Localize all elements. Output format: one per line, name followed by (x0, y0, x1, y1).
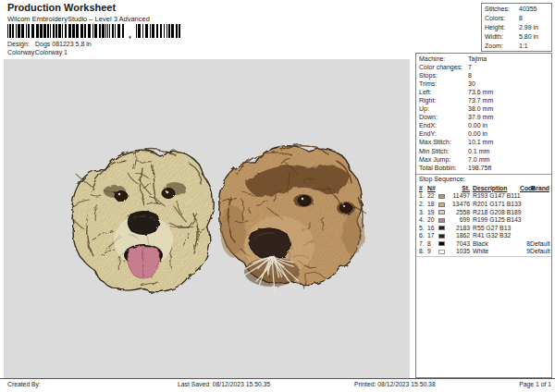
colorway-name: Colorway 1 (35, 49, 68, 55)
machine-details: Machine:TajimaColor changes:7Stops:8Trim… (416, 54, 551, 173)
machine-info-label: Right: (419, 97, 436, 104)
footer-created-by: Created By: (7, 381, 41, 387)
machine-info-value: 8 (468, 72, 472, 79)
thread-color-swatch (438, 250, 445, 254)
thread-color-swatch (438, 210, 445, 214)
stop-sequence-title: Stop Sequence: (416, 175, 551, 184)
machine-info-value: 7 (468, 64, 472, 70)
footer-page-number: Page 1 of 1 (519, 381, 551, 387)
stop-sequence-cell: 9 (520, 248, 530, 254)
machine-info-value: 30 (468, 80, 475, 87)
thread-color-swatch (438, 202, 445, 207)
machine-info-label: Left: (419, 89, 432, 95)
machine-info-value: 0.00 in (468, 130, 487, 137)
stop-sequence-cell: R41 G32 B32 (472, 232, 520, 239)
machine-info-row: Total Bobbin:198.75ft (419, 165, 549, 173)
stop-sequence-cell: 2. (419, 201, 427, 207)
stop-sequence-row: 8.91035White9Default (419, 247, 549, 255)
column-header: Code (520, 185, 530, 191)
stop-sequence-cell: 4. (419, 216, 427, 223)
machine-info-label: Down: (419, 114, 438, 120)
stop-sequence-cell: 2183 (449, 225, 472, 231)
machine-info-label: Color changes: (419, 64, 462, 70)
summary-row: Height:2.99 in (485, 24, 551, 33)
stop-sequence-cell: 17 (427, 232, 438, 239)
machine-info-label: Stops: (419, 72, 438, 79)
machine-info-row: Max Jump:7.0 mm (419, 156, 549, 165)
stop-sequence-row: 4.20699R199 G125 B143 (419, 215, 549, 224)
stop-sequence-cell: 22 (427, 192, 438, 199)
stop-sequence-cell: 11497 (449, 192, 472, 199)
stop-sequence-cell: 3. (419, 209, 427, 215)
stop-sequence-cell: 13476 (449, 201, 472, 207)
stop-sequence-cell (438, 192, 449, 199)
stop-sequence-cell: 20 (427, 216, 438, 223)
stop-sequence-cell: 16 (427, 225, 438, 231)
thread-color-swatch (438, 234, 445, 239)
design-label: Design: (7, 41, 35, 47)
machine-info-label: EndY: (419, 130, 437, 137)
summary-value: 2.99 in (519, 24, 538, 31)
summary-row: Colors:8 (485, 15, 551, 24)
column-header: St. (449, 185, 472, 191)
stop-sequence-cell (438, 209, 449, 215)
machine-info-value: 198.75ft (468, 165, 491, 171)
stop-sequence-cell (438, 225, 449, 231)
machine-info-value: 10.1 mm (468, 139, 493, 145)
machine-info-label: Max Stitch: (419, 139, 451, 145)
machine-info-panel: Machine:TajimaColor changes:7Stops:8Trim… (415, 53, 552, 378)
footer-last-saved: Last Saved: 08/12/2023 15.50.35 (178, 381, 270, 387)
colorway-label: Colorway: (7, 49, 35, 55)
stop-sequence-cell: 6. (419, 232, 427, 239)
stop-sequence-cell: 7043 (449, 240, 472, 247)
machine-info-row: Color changes:7 (419, 64, 549, 72)
footer-printed: Printed: 08/12/2023 15.50.38 (354, 381, 436, 387)
design-summary-box: Stitches:40355Colors:8Height:2.99 inWidt… (481, 3, 552, 52)
stop-sequence-cell: Default (530, 248, 549, 254)
machine-info-row: Min Stitch:0.1 mm (419, 148, 549, 156)
page-title: Production Worksheet (7, 2, 116, 13)
column-header: N# (427, 185, 438, 191)
stop-sequence-cell: R218 G208 B189 (472, 209, 520, 215)
stop-sequence-cell (438, 232, 449, 239)
stop-sequence-cell: R199 G125 B143 (472, 216, 520, 223)
thread-color-swatch (438, 218, 445, 223)
stop-sequence-cell: R193 G147 B111 (472, 192, 520, 199)
machine-info-value: 7.0 mm (468, 156, 489, 163)
design-name: Dogs 081223 5,8 in (35, 41, 92, 47)
machine-info-label: Min Stitch: (419, 148, 450, 154)
column-header: Description (472, 185, 520, 191)
summary-value: 8 (519, 15, 523, 21)
stop-sequence-cell: 18 (427, 201, 438, 207)
table-end-divider (416, 256, 551, 257)
app-subtitle: Wilcom EmbroideryStudio – Level 3 Advanc… (7, 15, 150, 23)
stop-sequence-cell: 1. (419, 192, 427, 199)
dogs-embroidery-design (4, 59, 410, 379)
summary-row: Stitches:40355 (485, 6, 551, 15)
stop-sequence-cell: 7. (419, 240, 427, 247)
stop-sequence-cell: 9 (427, 248, 438, 254)
machine-info-label: Machine: (419, 55, 445, 62)
machine-info-row: Down:37.9 mm (419, 114, 549, 122)
stop-sequence-row: 1.2211497R193 G147 B111 (419, 192, 549, 201)
stop-sequence-cell: Black (472, 240, 520, 247)
machine-info-row: Stops:8 (419, 72, 549, 80)
summary-value: 5.80 in (519, 33, 538, 40)
summary-label: Width: (485, 33, 503, 40)
colorway-row: Colorway:Colorway 1 (7, 49, 68, 55)
stop-sequence-table: #N#St.DescriptionCodeBrand1.2211497R193 … (416, 184, 551, 255)
stop-sequence-cell: 2558 (449, 209, 472, 215)
design-canvas (4, 59, 410, 379)
summary-value: 1:1 (519, 43, 528, 49)
machine-info-value: 73.6 mm (468, 89, 493, 95)
summary-label: Zoom: (485, 43, 503, 49)
summary-row: Zoom:1:1 (485, 43, 551, 52)
stop-sequence-cell: 8 (520, 240, 530, 247)
machine-info-label: EndX: (419, 122, 437, 129)
stop-sequence-cell: R201 G171 B133 (472, 201, 520, 207)
stop-sequence-cell (438, 248, 449, 254)
machine-info-value: 0.00 in (468, 122, 487, 129)
stop-sequence-cell: 1035 (449, 248, 472, 254)
stop-sequence-row: 6.171862R41 G32 B32 (419, 231, 549, 239)
machine-info-row: Right:73.7 mm (419, 97, 549, 105)
